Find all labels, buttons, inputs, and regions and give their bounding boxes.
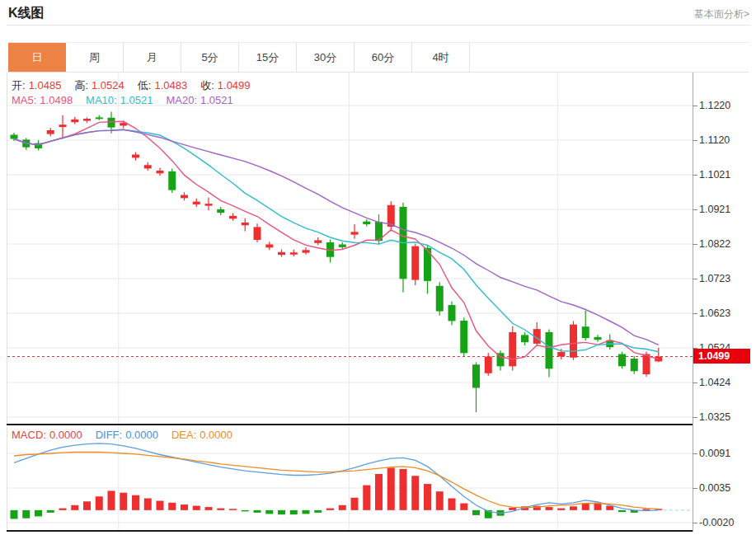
axis-tick <box>693 279 697 279</box>
axis-tick <box>693 523 697 523</box>
axis-tick <box>693 417 697 418</box>
legend-label: DIFF: <box>96 429 123 441</box>
legend-label: MA5: <box>12 94 36 106</box>
axis-tick <box>693 209 697 210</box>
tab-日[interactable]: 日 <box>8 43 66 72</box>
axis-tick <box>693 106 697 106</box>
macd-panel-bottom-border <box>7 530 693 532</box>
legend-value: 1.0483 <box>154 79 187 92</box>
legend-value: 1.0498 <box>40 94 73 106</box>
axis-label: 1.0921 <box>699 203 752 216</box>
title-divider <box>7 25 750 26</box>
axis-label: 0.0091 <box>699 447 752 460</box>
axis-label: -0.0020 <box>699 516 752 529</box>
tab-4时[interactable]: 4时 <box>412 43 470 72</box>
ohlc-legend-row: 开:1.0485高:1.0524低:1.0483收:1.0499 <box>12 78 264 93</box>
axis-label: 1.1021 <box>699 168 752 181</box>
legend-label: 开: <box>12 79 26 92</box>
tab-60分[interactable]: 60分 <box>355 43 412 72</box>
axis-tick <box>693 382 697 383</box>
legend-label: MACD: <box>12 429 46 441</box>
kline-panel-bottom-border <box>7 424 693 425</box>
legend-label: 收: <box>200 79 214 92</box>
tab-月[interactable]: 月 <box>124 43 181 72</box>
axis-tick <box>693 488 697 489</box>
current-price-badge: 1.0499 <box>693 349 750 364</box>
macd-legend-row: MACD:0.0000DIFF:0.0000DEA:0.0000 <box>12 429 246 441</box>
axis-tick <box>693 140 697 141</box>
legend-value: 1.0521 <box>120 94 153 106</box>
axis-tick <box>693 313 697 314</box>
axis-label: 1.0623 <box>699 307 752 320</box>
page-title: K线图 <box>8 5 45 22</box>
axis-label: 1.0822 <box>699 237 752 251</box>
legend-value: 1.0521 <box>200 94 233 106</box>
axis-label: 1.0723 <box>699 272 752 285</box>
kline-plot <box>7 73 693 425</box>
kline-chart-area <box>7 73 693 425</box>
legend-value: 0.0000 <box>125 429 158 441</box>
legend-value: 1.0524 <box>92 79 124 92</box>
legend-value: 1.0499 <box>218 79 251 92</box>
legend-label: MA20: <box>166 94 197 106</box>
tab-15分[interactable]: 15分 <box>239 43 297 72</box>
axis-label: 0.0035 <box>699 481 752 495</box>
axis-label: 1.1120 <box>699 134 752 147</box>
legend-label: DEA: <box>171 429 196 441</box>
kline-page: K线图 基本面分析> 日周月5分15分30分60分4时 开:1.0485高:1.… <box>0 0 756 535</box>
macd-plot <box>7 426 693 531</box>
macd-chart-area <box>7 426 693 531</box>
tab-30分[interactable]: 30分 <box>297 43 355 72</box>
axis-label: 1.0325 <box>699 411 752 424</box>
legend-label: 高: <box>74 79 88 92</box>
price-axis-border <box>693 73 693 532</box>
axis-label: 1.1220 <box>699 99 752 112</box>
tab-5分[interactable]: 5分 <box>181 43 239 72</box>
legend-value: 1.0485 <box>29 79 62 92</box>
legend-label: 低: <box>138 79 152 92</box>
axis-label: 1.0424 <box>699 376 752 389</box>
legend-value: 0.0000 <box>200 429 232 441</box>
legend-value: 0.0000 <box>49 429 82 441</box>
legend-label: MA10: <box>86 94 117 106</box>
period-tabbar: 日周月5分15分30分60分4时 <box>8 42 749 73</box>
tab-周[interactable]: 周 <box>66 43 124 72</box>
axis-tick <box>693 244 697 245</box>
fundamental-analysis-link[interactable]: 基本面分析> <box>694 7 749 21</box>
axis-tick <box>693 453 697 454</box>
ma-legend-row: MA5:1.0498MA10:1.0521MA20:1.0521 <box>12 94 247 106</box>
axis-tick <box>693 175 697 176</box>
